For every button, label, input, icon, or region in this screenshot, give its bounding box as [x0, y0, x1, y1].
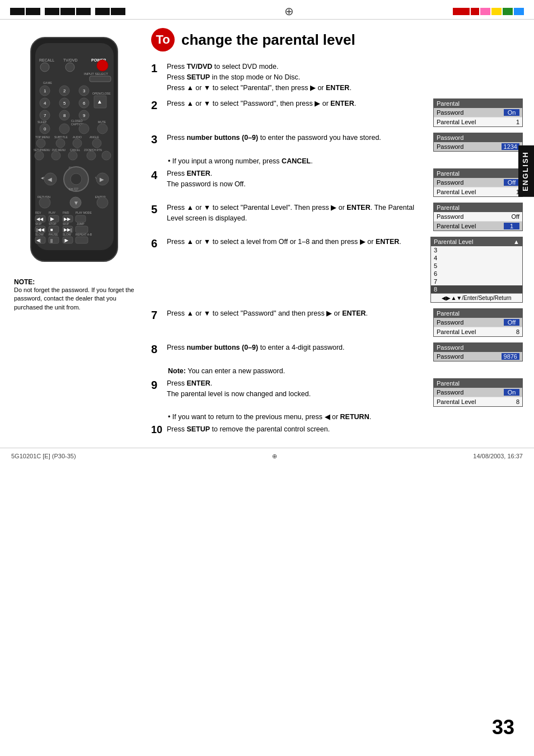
step-7-row: Press ▲ or ▼ to select "Password" and th… — [167, 308, 523, 337]
color-bar-red — [453, 8, 470, 15]
svg-text:7: 7 — [44, 113, 46, 118]
svg-text:SLEEP: SLEEP — [38, 120, 47, 124]
note-label: NOTE: — [14, 278, 134, 286]
svg-point-73 — [97, 197, 108, 208]
screen-step-5: Parental Password Off Parental Level 1 — [433, 203, 523, 231]
svg-text:OPEN/CLOSE: OPEN/CLOSE — [92, 92, 111, 95]
step-8-row: Press number buttons (0–9) to enter a 4-… — [167, 342, 523, 361]
svg-text:SETUP/MENU: SETUP/MENU — [34, 149, 50, 152]
step-7-number: 7 — [151, 308, 163, 322]
screen-9-val-1: On — [504, 389, 519, 396]
bar-block — [10, 8, 25, 15]
content-area: RECALL TV/DVD POWER INPUT SELECT GA ME 1… — [0, 20, 534, 448]
step-8: 8 Press number buttons (0–9) to enter a … — [151, 342, 523, 361]
page-number: 33 — [492, 716, 514, 739]
svg-text:INPUT SELECT: INPUT SELECT — [84, 72, 108, 76]
step-5-content: Press ▲ or ▼ to select "Parental Level".… — [167, 203, 523, 231]
screen-9-row-1: Password On — [434, 388, 522, 397]
color-bar-yellow — [491, 8, 502, 15]
step-1: 1 Press TV/DVD to select DVD mode. Press… — [151, 62, 523, 93]
svg-text:ANGLE: ANGLE — [90, 135, 100, 139]
svg-rect-9 — [90, 76, 111, 82]
svg-rect-97 — [76, 226, 88, 233]
bar-block — [60, 8, 75, 15]
screen-4-label-2: Parental Level — [437, 189, 476, 195]
step-3: 3 Press number buttons (0–9) to enter th… — [151, 133, 523, 152]
svg-text:SKIP: SKIP — [63, 222, 69, 226]
screen-step-2: Parental Password On Parental Level 1 — [433, 98, 523, 127]
screen-3-row-1: Password 1234 — [434, 142, 522, 151]
screen-4-row-2: Parental Level 1 — [434, 187, 522, 196]
bar-gap — [41, 8, 44, 15]
page-title: change the parental level — [181, 31, 355, 49]
bar-block — [76, 8, 91, 15]
svg-text:GA ME: GA ME — [43, 81, 53, 84]
step-3-content: Press number buttons (0–9) to enter the … — [167, 133, 523, 152]
bar-block — [111, 8, 125, 15]
step-4: 4 Press ENTER. The password is now Off. … — [151, 168, 523, 197]
svg-text:0: 0 — [44, 126, 46, 132]
step-9-number: 9 — [151, 378, 163, 392]
svg-point-46 — [56, 139, 65, 148]
color-bar-green — [503, 8, 513, 15]
svg-text:5: 5 — [63, 101, 66, 106]
svg-point-6 — [65, 63, 74, 72]
step-1-text: Press TV/DVD to select DVD mode. Press S… — [167, 62, 523, 93]
step-4-number: 4 — [151, 168, 163, 182]
screen-9-val-2: 8 — [516, 398, 519, 405]
screen-2-title: Parental — [434, 99, 522, 108]
step-2-content: Press ▲ or ▼ to select "Password", then … — [167, 98, 523, 127]
svg-text:|◀◀: |◀◀ — [36, 227, 45, 232]
svg-rect-86 — [76, 215, 86, 222]
step-3-row: Press number buttons (0–9) to enter the … — [167, 133, 523, 152]
screen-2-row-2: Parental Level 1 — [434, 118, 522, 126]
screen-8-val-1: 9876 — [502, 353, 519, 360]
footer-crosshair: ⊕ — [272, 453, 277, 460]
color-bar-red2 — [471, 8, 479, 15]
step-10-number: 10 — [151, 424, 163, 436]
screen-2-label-2: Parental Level — [437, 119, 476, 125]
color-bar-pink — [480, 8, 490, 15]
step-8-number: 8 — [151, 342, 163, 356]
screen-7-val-2: 8 — [516, 328, 519, 335]
screen-7-row-1: Password Off — [434, 318, 522, 327]
title-row: To change the parental level — [151, 28, 523, 51]
step-6-number: 6 — [151, 237, 163, 250]
level-nav: ◀▶▲▼/Enter/Setup/Return — [431, 293, 522, 302]
svg-text:JUMP: JUMP — [77, 222, 85, 226]
title-icon: To — [151, 28, 175, 51]
screen-5-row-2: Parental Level 1 — [434, 222, 522, 231]
header-bars-left — [10, 8, 125, 15]
step-9-text: Press ENTER. The parental level is now c… — [167, 378, 428, 400]
step-8-text: Press number buttons (0–9) to enter a 4-… — [167, 342, 428, 353]
screen-4-row-1: Password Off — [434, 178, 522, 187]
step-4-text: Press ENTER. The password is now Off. — [167, 168, 428, 190]
screen-5-label-2: Parental Level — [437, 223, 476, 229]
svg-text:■: ■ — [50, 227, 53, 232]
screen-4-val-1: Off — [504, 179, 519, 186]
header-bars-right — [453, 8, 524, 15]
screen-3-label-1: Password — [437, 143, 463, 150]
step-7: 7 Press ▲ or ▼ to select "Password" and … — [151, 308, 523, 337]
screen-9-label-1: Password — [437, 389, 463, 396]
svg-text:▶: ▶ — [50, 216, 54, 222]
svg-text:4: 4 — [44, 101, 46, 106]
screen-9-title: Parental — [434, 379, 522, 388]
step-4-content: Press ENTER. The password is now Off. Pa… — [167, 168, 523, 197]
svg-text:8: 8 — [63, 113, 66, 118]
svg-text:SLOW: SLOW — [35, 233, 44, 236]
screen-9-row-2: Parental Level 8 — [434, 397, 522, 406]
bullet-wrong-number: • If you input a wrong number, press CAN… — [151, 157, 523, 165]
bullet-return: • If you want to return to the previous … — [151, 412, 523, 421]
svg-text:◀|: ◀| — [36, 238, 41, 243]
screen-2-val-2: 1 — [516, 119, 519, 125]
svg-point-48 — [92, 139, 101, 148]
step-9: 9 Press ENTER. The parental level is now… — [151, 378, 523, 407]
screen-step-7: Parental Password Off Parental Level 8 — [433, 308, 523, 337]
svg-point-72 — [39, 197, 50, 208]
svg-text:AUDIO: AUDIO — [73, 135, 82, 139]
step-10-content: Press SETUP to remove the parental contr… — [167, 424, 523, 435]
footer-right: 14/08/2003, 16:37 — [473, 453, 523, 460]
page: ⊕ ENGLISH RECALL TV/DV — [0, 0, 534, 756]
step-6-content: Press ▲ or ▼ to select a level from Off … — [167, 237, 523, 303]
